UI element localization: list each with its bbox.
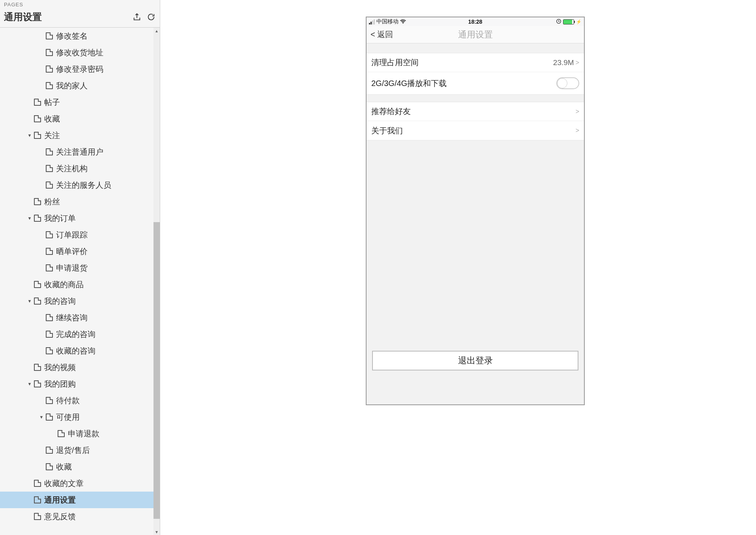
page-icon [46,347,53,354]
tree-item-label: 关注 [44,130,60,141]
page-icon [46,82,53,89]
cell-label: 2G/3G/4G播放和下载 [371,78,556,89]
carrier-label: 中国移动 [376,18,399,25]
tree-toggle-icon[interactable]: ▼ [25,216,34,221]
tree-item-label: 申请退货 [56,263,88,273]
export-icon[interactable] [132,12,142,22]
sidebar-section-label: PAGES [4,2,156,7]
tree-item[interactable]: ▼我的咨询 [0,293,160,309]
tree-item-label: 关注的服务人员 [56,180,111,191]
page-icon [34,99,41,106]
cell-value: 23.9M [553,58,574,67]
page-icon [34,364,41,371]
page-icon [46,463,53,470]
tree-container[interactable]: ▼修改签名▼修改收货地址▼修改登录密码▼我的家人▼帖子▼收藏▼关注▼关注普通用户… [0,28,160,535]
tree-toggle-icon[interactable]: ▼ [25,382,34,386]
toggle-switch[interactable] [556,77,579,89]
tree-item[interactable]: ▼修改签名 [0,28,160,44]
tree-item-label: 退货/售后 [56,445,90,456]
page-icon [46,231,53,238]
tree-item-label: 意见反馈 [44,511,76,522]
page-icon [46,165,53,172]
logout-button[interactable]: 退出登录 [372,351,578,370]
tree-item[interactable]: ▼我的订单 [0,210,160,226]
page-icon [46,65,53,73]
tree-item[interactable]: ▼收藏的文章 [0,475,160,492]
tree-item[interactable]: ▼通用设置 [0,492,160,508]
tree-item-label: 收藏的商品 [44,279,84,290]
tree-item[interactable]: ▼关注的服务人员 [0,177,160,193]
scroll-down-icon[interactable]: ▼ [153,529,160,535]
tree-item[interactable]: ▼帖子 [0,94,160,110]
page-icon [34,198,41,205]
tree-item-label: 晒单评价 [56,246,88,257]
wifi-icon [400,19,406,25]
tree-item[interactable]: ▼收藏的咨询 [0,342,160,359]
tree-item[interactable]: ▼我的视频 [0,359,160,376]
tree-item-label: 继续咨询 [56,312,88,323]
status-time: 18:28 [468,19,483,25]
tree-item[interactable]: ▼我的团购 [0,376,160,392]
about-cell[interactable]: 关于我们 > [367,121,584,140]
tree-item-label: 收藏的文章 [44,478,84,489]
tree-item-label: 修改签名 [56,31,88,41]
phone-content: 清理占用空间 23.9M > 2G/3G/4G播放和下载 推荐给好友 > 关于我… [367,43,584,404]
page-icon [34,297,41,305]
tree-item-label: 通用设置 [44,495,76,505]
tree-item[interactable]: ▼我的家人 [0,77,160,94]
tree-toggle-icon[interactable]: ▼ [37,415,46,419]
back-button[interactable]: < 返回 [371,29,393,40]
cell-group-2: 推荐给好友 > 关于我们 > [367,102,584,140]
scrollbar[interactable]: ▲ ▼ [153,28,160,535]
sidebar-title-row: 通用设置 [0,8,160,28]
tree-item-label: 收藏的咨询 [56,346,95,356]
rotation-lock-icon [556,19,561,25]
page-icon [46,397,53,404]
tree-item[interactable]: ▼退货/售后 [0,442,160,458]
tree-item[interactable]: ▼完成的咨询 [0,326,160,342]
tree-item[interactable]: ▼粉丝 [0,193,160,210]
cell-label: 关于我们 [371,125,576,136]
scroll-up-icon[interactable]: ▲ [153,28,160,34]
recommend-cell[interactable]: 推荐给好友 > [367,102,584,121]
tree-item[interactable]: ▼可使用 [0,409,160,425]
scroll-thumb[interactable] [153,222,160,519]
tree-item[interactable]: ▼意见反馈 [0,508,160,525]
chevron-right-icon: > [576,59,579,66]
network-toggle-cell: 2G/3G/4G播放和下载 [367,72,584,94]
page-icon [46,148,53,155]
tree-item-label: 修改登录密码 [56,64,103,75]
tree-toggle-icon[interactable]: ▼ [25,299,34,303]
refresh-icon[interactable] [146,12,156,22]
tree-item[interactable]: ▼关注机构 [0,160,160,177]
tree-item[interactable]: ▼晒单评价 [0,243,160,260]
tree-item[interactable]: ▼申请退款 [0,425,160,442]
tree-item[interactable]: ▼待付款 [0,392,160,409]
tree-item-label: 修改收货地址 [56,47,103,58]
clear-space-cell[interactable]: 清理占用空间 23.9M > [367,53,584,72]
tree-item[interactable]: ▼订单跟踪 [0,226,160,243]
sidebar: PAGES 通用设置 ▼修改签名▼修改收货地址▼修改登录密码▼我的家人▼帖子▼收… [0,0,160,535]
tree-item[interactable]: ▼修改收货地址 [0,44,160,61]
signal-icon [369,19,375,24]
tree-item[interactable]: ▼收藏 [0,458,160,475]
tree-item[interactable]: ▼收藏的商品 [0,276,160,293]
tree-item[interactable]: ▼修改登录密码 [0,61,160,77]
battery-icon [563,19,574,24]
tree-item[interactable]: ▼关注 [0,127,160,144]
page-icon [58,430,65,437]
tree-item[interactable]: ▼关注普通用户 [0,144,160,160]
cell-group-1: 清理占用空间 23.9M > 2G/3G/4G播放和下载 [367,53,584,95]
tree-item-label: 申请退款 [68,428,99,439]
tree-item-label: 我的视频 [44,362,76,373]
tree-item-label: 完成的咨询 [56,329,95,340]
tree-item-label: 收藏 [44,114,60,124]
charging-icon: ⚡ [576,19,582,24]
page-icon [34,281,41,288]
tree-toggle-icon[interactable]: ▼ [25,133,34,138]
statusbar: 中国移动 18:28 ⚡ [367,17,584,26]
cell-label: 推荐给好友 [371,106,576,117]
tree-item[interactable]: ▼收藏 [0,110,160,127]
tree-item[interactable]: ▼申请退货 [0,260,160,276]
tree-item[interactable]: ▼继续咨询 [0,309,160,326]
